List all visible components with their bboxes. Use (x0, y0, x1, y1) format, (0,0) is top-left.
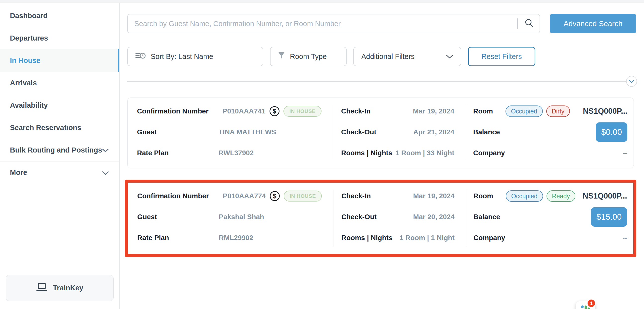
guest-label: Guest (137, 213, 219, 221)
filter-row: Sort By: Last Name Room Type Additional … (127, 47, 535, 66)
reservation-card[interactable]: Confirmation Number P010AAA741 $ IN HOUS… (127, 98, 634, 168)
check-out-date: Apr 21, 2024 (413, 128, 454, 136)
status-badge: IN HOUSE (284, 106, 322, 117)
notification-badge: 1 (587, 299, 596, 308)
card-guest-column: Confirmation Number P010AAA741 $ IN HOUS… (128, 98, 333, 168)
company-label: Company (473, 149, 506, 157)
additional-filters-label: Additional Filters (361, 53, 414, 61)
search-input-divider (517, 19, 518, 29)
sort-by-dropdown[interactable]: Sort By: Last Name (127, 47, 263, 66)
company-value: -- (622, 149, 627, 157)
confirmation-number-label: Confirmation Number (137, 192, 219, 200)
balance-label: Balance (473, 128, 506, 136)
sidebar-item-in-house[interactable]: In House (0, 49, 119, 72)
balance-button[interactable]: $0.00 (596, 122, 627, 142)
room-type-filter[interactable]: Room Type (270, 47, 346, 66)
company-value: -- (622, 234, 627, 242)
chevron-down-icon (102, 168, 109, 177)
trainkey-label: TrainKey (53, 284, 84, 292)
room-number: NS1Q000P... (583, 107, 627, 116)
housekeeping-status-pill: Dirty (546, 106, 570, 117)
balance-label: Balance (474, 213, 506, 221)
card-dates-column: Check-In Mar 19, 2024 Check-Out Mar 20, … (334, 183, 467, 254)
payment-dollar-icon[interactable]: $ (270, 106, 280, 116)
card-room-column: Room Occupied Dirty NS1Q000P... Balance … (467, 98, 634, 168)
sidebar-item-label: Bulk Routing and Postings (10, 146, 102, 154)
rooms-nights-value: 1 Room | 1 Night (400, 234, 454, 242)
confirmation-number-label: Confirmation Number (137, 107, 218, 115)
laptop-icon (36, 283, 48, 293)
sidebar-item-availability[interactable]: Availability (0, 94, 119, 116)
sidebar-item-label: Search Reservations (10, 124, 81, 132)
rate-plan-value: RML29902 (219, 234, 253, 242)
confirmation-number-value: P010AAA741 (222, 107, 266, 115)
sidebar-nav: Dashboard Departures In House Arrivals A… (0, 3, 119, 184)
chat-widget-button[interactable]: 1 (576, 301, 595, 309)
sidebar-item-search-reservations[interactable]: Search Reservations (0, 116, 119, 139)
chevron-down-icon (629, 80, 634, 83)
sort-icon (135, 52, 146, 62)
sidebar-divider (0, 263, 119, 263)
highlight-frame: Confirmation Number P010AAA774 $ IN HOUS… (125, 180, 636, 257)
check-in-label: Check-In (342, 192, 371, 200)
card-room-column: Room Occupied Ready NS1Q000P... Balance … (467, 183, 633, 254)
room-label: Room (473, 107, 506, 115)
rate-plan-label: Rate Plan (137, 234, 219, 242)
company-label: Company (474, 234, 506, 242)
advanced-search-button[interactable]: Advanced Search (550, 14, 636, 33)
guest-name: TINA MATTHEWS (218, 128, 276, 136)
rooms-nights-value: 1 Room | 33 Night (395, 149, 454, 157)
check-in-date: Mar 19, 2024 (413, 107, 454, 115)
search-icon[interactable] (524, 18, 534, 29)
sidebar-item-departures[interactable]: Departures (0, 27, 119, 49)
search-input[interactable] (134, 20, 515, 28)
sidebar-item-bulk-routing-and-postings[interactable]: Bulk Routing and Postings (0, 139, 119, 161)
housekeeping-status-pill: Ready (546, 190, 575, 202)
rooms-nights-label: Rooms | Nights (342, 234, 392, 242)
collapse-toggle-button[interactable] (626, 76, 637, 87)
check-out-date: Mar 20, 2024 (413, 213, 454, 221)
rate-plan-value: RWL37902 (218, 149, 254, 157)
balance-button[interactable]: $15.00 (591, 207, 627, 227)
sidebar-item-arrivals[interactable]: Arrivals (0, 72, 119, 94)
card-dates-column: Check-In Mar 19, 2024 Check-Out Apr 21, … (333, 98, 467, 168)
sidebar-item-label: Dashboard (10, 12, 48, 20)
funnel-icon (278, 52, 285, 62)
check-in-date: Mar 19, 2024 (413, 192, 454, 200)
room-type-label: Room Type (290, 53, 327, 61)
room-number: NS1Q000P... (582, 192, 627, 200)
sidebar-item-label: In House (10, 57, 40, 65)
rate-plan-label: Rate Plan (137, 149, 218, 157)
confirmation-number-value: P010AAA774 (223, 192, 266, 200)
search-row: Advanced Search (127, 14, 636, 33)
check-in-label: Check-In (341, 107, 370, 115)
sidebar-item-label: Arrivals (10, 79, 37, 87)
payment-dollar-icon[interactable]: $ (270, 191, 280, 201)
sidebar-item-label: More (10, 168, 27, 177)
occupancy-status-pill: Occupied (506, 106, 543, 117)
reset-filters-button[interactable]: Reset Filters (468, 47, 535, 66)
section-divider (127, 81, 626, 82)
sort-by-label: Sort By: Last Name (151, 53, 213, 61)
status-badge: IN HOUSE (284, 191, 322, 201)
check-out-label: Check-Out (342, 213, 377, 221)
card-guest-column: Confirmation Number P010AAA774 $ IN HOUS… (128, 183, 333, 254)
guest-label: Guest (137, 128, 218, 136)
sidebar-item-label: Availability (10, 101, 48, 110)
reservation-card[interactable]: Confirmation Number P010AAA774 $ IN HOUS… (128, 183, 633, 254)
app-window: Dashboard Departures In House Arrivals A… (0, 0, 644, 309)
window-top-strip (0, 0, 644, 3)
guest-name: Pakshal Shah (219, 213, 264, 221)
chevron-down-icon (446, 53, 453, 61)
room-label: Room (474, 192, 506, 200)
main-content: Advanced Search Sort By: Last Name (120, 3, 644, 309)
sidebar: Dashboard Departures In House Arrivals A… (0, 3, 120, 309)
additional-filters-dropdown[interactable]: Additional Filters (353, 47, 461, 66)
trainkey-button[interactable]: TrainKey (6, 275, 114, 301)
rooms-nights-label: Rooms | Nights (341, 149, 392, 157)
chevron-down-icon (102, 146, 109, 154)
sidebar-item-dashboard[interactable]: Dashboard (0, 5, 119, 27)
sidebar-item-more[interactable]: More (0, 161, 119, 184)
search-box (127, 14, 540, 33)
occupancy-status-pill: Occupied (506, 190, 543, 202)
